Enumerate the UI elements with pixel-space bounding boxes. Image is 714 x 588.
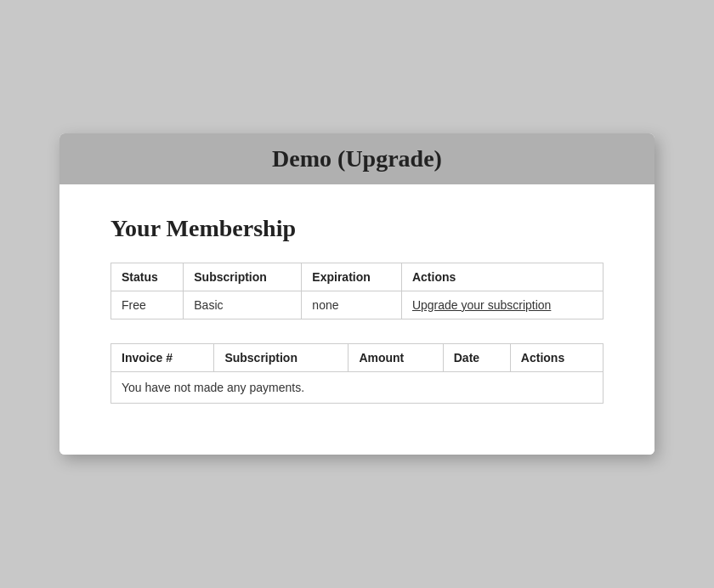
title-bar: Demo (Upgrade): [60, 133, 654, 184]
page-heading: Your Membership: [110, 215, 604, 242]
col-header-expiration: Expiration: [302, 263, 402, 291]
window-content: Your Membership Status Subscription Expi…: [60, 184, 654, 455]
membership-table: Status Subscription Expiration Actions F…: [110, 263, 604, 319]
col-header-amount: Amount: [348, 344, 443, 372]
window-container: Demo (Upgrade) Your Membership Status Su…: [60, 133, 654, 455]
col-header-status: Status: [111, 263, 184, 291]
window-title: Demo (Upgrade): [76, 145, 638, 172]
membership-subscription-cell: Basic: [184, 291, 302, 319]
membership-expiration-cell: none: [302, 291, 402, 319]
membership-actions-cell: Upgrade your subscription: [401, 291, 603, 319]
upgrade-subscription-link[interactable]: Upgrade your subscription: [412, 298, 551, 312]
invoices-table: Invoice # Subscription Amount Date Actio…: [110, 343, 604, 404]
invoices-table-header-row: Invoice # Subscription Amount Date Actio…: [111, 344, 604, 372]
col-header-inv-subscription: Subscription: [214, 344, 348, 372]
membership-table-header-row: Status Subscription Expiration Actions: [111, 263, 604, 291]
col-header-actions: Actions: [401, 263, 603, 291]
no-payments-row: You have not made any payments.: [111, 372, 604, 404]
membership-table-row: Free Basic none Upgrade your subscriptio…: [111, 291, 604, 319]
col-header-inv-actions: Actions: [510, 344, 603, 372]
membership-status-cell: Free: [111, 291, 184, 319]
col-header-date: Date: [443, 344, 510, 372]
col-header-subscription: Subscription: [184, 263, 302, 291]
no-payments-message: You have not made any payments.: [111, 372, 604, 404]
col-header-invoice-num: Invoice #: [111, 344, 214, 372]
